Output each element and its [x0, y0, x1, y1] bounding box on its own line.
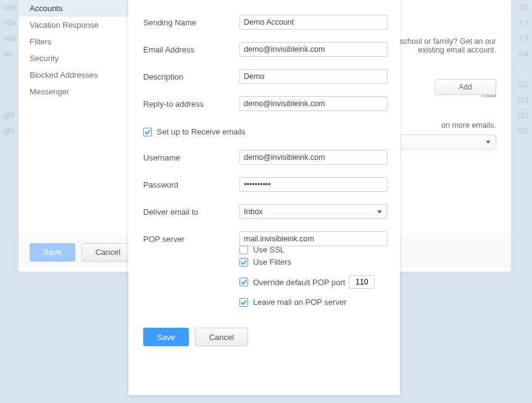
use-ssl-checkbox[interactable] — [239, 246, 248, 254]
sidebar-item-label: Vacation Response — [30, 20, 99, 30]
leave-mail-label: Leave mail on POP server — [253, 297, 347, 307]
password-label: Password — [143, 180, 239, 189]
save-button[interactable]: Save — [143, 328, 189, 346]
override-port-checkbox[interactable] — [239, 278, 248, 286]
sidebar-item-messenger[interactable]: Messenger — [19, 83, 129, 100]
override-port-label: Override default POP port — [253, 278, 345, 287]
panel-cancel-button[interactable]: Cancel — [81, 243, 135, 262]
check-icon — [144, 129, 151, 135]
sidebar-item-label: Messenger — [30, 87, 69, 96]
sidebar-item-label: Filters — [30, 37, 51, 46]
use-filters-checkbox[interactable] — [239, 258, 248, 267]
sidebar-item-blocked-addresses[interactable]: Blocked Addresses — [19, 67, 129, 83]
receive-emails-checkbox[interactable] — [143, 128, 152, 136]
settings-sidebar: Accounts Vacation Response Filters Secur… — [19, 0, 130, 272]
use-ssl-label: Use SSL — [253, 245, 285, 254]
sending-name-input[interactable] — [239, 15, 388, 30]
sidebar-item-security[interactable]: Security — [19, 50, 129, 67]
account-select-dropdown[interactable] — [385, 135, 496, 149]
sidebar-item-label: Security — [30, 54, 59, 63]
pop-label: POP server — [143, 235, 239, 244]
username-input[interactable] — [239, 150, 388, 165]
panel-save-button[interactable]: Save — [30, 243, 75, 262]
password-input[interactable] — [239, 177, 388, 192]
sidebar-item-accounts[interactable]: Accounts — [19, 0, 129, 17]
check-icon — [241, 279, 247, 285]
receive-emails-row: Set up to Receive emails — [143, 127, 388, 136]
replyto-label: Reply-to address — [143, 99, 239, 109]
cancel-button[interactable]: Cancel — [195, 328, 248, 346]
deliver-label: Deliver email to — [143, 207, 239, 217]
modal-actions: Save Cancel — [143, 328, 388, 346]
check-icon — [241, 259, 247, 265]
receive-emails-label: Set up to Receive emails — [157, 127, 246, 136]
sidebar-item-vacation-response[interactable]: Vacation Response — [19, 17, 129, 33]
add-account-button[interactable]: Add — [434, 79, 496, 95]
description-input[interactable] — [239, 69, 388, 84]
username-label: Username — [143, 153, 239, 162]
sidebar-item-label: Accounts — [30, 4, 62, 13]
deliver-select[interactable]: Inbox — [239, 204, 388, 219]
use-filters-label: Use Filters — [253, 257, 291, 267]
pop-options: Use SSL Use Filters Override default POP… — [239, 245, 388, 307]
pop-port-input[interactable] — [349, 275, 375, 289]
leave-mail-checkbox[interactable] — [239, 298, 248, 307]
sending-name-label: Sending Name — [143, 18, 239, 27]
email-input[interactable] — [239, 42, 388, 57]
sidebar-item-filters[interactable]: Filters — [19, 33, 129, 50]
email-label: Email Address — [143, 45, 239, 54]
sidebar-item-label: Blocked Addresses — [30, 70, 98, 80]
check-icon — [241, 299, 247, 305]
description-label: Description — [143, 72, 239, 81]
replyto-input[interactable] — [239, 96, 388, 111]
account-settings-modal: Sending Name Email Address Description R… — [128, 0, 400, 395]
pop-server-input[interactable] — [239, 231, 388, 246]
